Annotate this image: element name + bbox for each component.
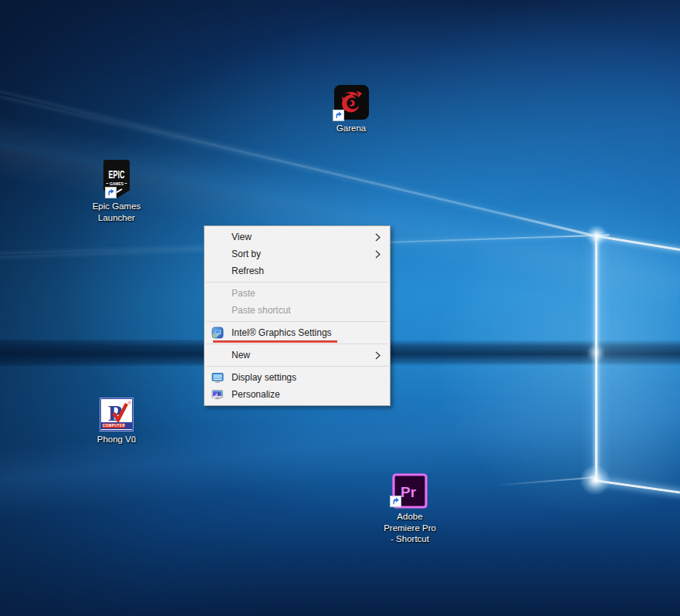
- display-settings-icon: [211, 371, 224, 384]
- menu-item-label: View: [232, 232, 252, 242]
- menu-item-label: Paste: [232, 288, 255, 299]
- icon-label: Epic Games Launcher: [93, 201, 141, 223]
- menu-separator: [206, 282, 388, 283]
- menu-item-sort-by[interactable]: Sort by: [205, 245, 390, 262]
- menu-item-label: Intel® Graphics Settings: [232, 327, 332, 338]
- svg-text:COMPUTER: COMPUTER: [103, 424, 126, 428]
- intel-graphics-icon: [211, 327, 224, 339]
- svg-text:EPIC: EPIC: [109, 168, 125, 181]
- menu-separator: [206, 366, 388, 367]
- personalize-icon: [211, 388, 224, 401]
- menu-item-label: Sort by: [232, 249, 261, 259]
- menu-separator: [206, 344, 388, 344]
- icon-label: Phong Vũ: [97, 434, 137, 445]
- desktop-icon-adobe-premiere-pro[interactable]: Pr Adobe Premiere Pro - Shortcut: [375, 473, 445, 545]
- desktop-icon-phong-vu[interactable]: P ® COMPUTER Phong Vũ: [82, 398, 151, 445]
- chevron-right-icon: [375, 351, 381, 360]
- menu-item-intel-graphics-settings[interactable]: Intel® Graphics Settings: [205, 324, 390, 341]
- menu-item-label: Refresh: [232, 266, 264, 276]
- menu-item-label: Paste shortcut: [232, 305, 291, 316]
- desktop-icon-garena[interactable]: Garena: [316, 84, 386, 134]
- menu-item-paste[interactable]: Paste: [205, 285, 390, 302]
- phong-vu-icon: P ® COMPUTER: [100, 398, 134, 432]
- svg-text:GAMES: GAMES: [110, 181, 123, 186]
- menu-item-view[interactable]: View: [205, 228, 390, 245]
- svg-text:®: ®: [128, 401, 132, 405]
- annotation-underline: [213, 340, 337, 343]
- desktop-icon-epic-games-launcher[interactable]: EPIC GAMES Epic Games Launcher: [82, 160, 151, 223]
- menu-separator: [206, 321, 388, 322]
- chevron-right-icon: [375, 250, 381, 259]
- desktop[interactable]: Garena EPIC GAMES Epic Games Launcher: [0, 0, 680, 616]
- shortcut-arrow-icon: [390, 496, 401, 507]
- menu-item-personalize[interactable]: Personalize: [205, 386, 390, 403]
- menu-item-refresh[interactable]: Refresh: [205, 262, 390, 279]
- desktop-context-menu: View Sort by Refresh Paste Paste shortcu…: [204, 225, 391, 406]
- chevron-right-icon: [375, 233, 381, 242]
- menu-item-paste-shortcut[interactable]: Paste shortcut: [205, 302, 390, 319]
- shortcut-arrow-icon: [105, 187, 117, 198]
- icon-label: Garena: [337, 123, 366, 134]
- svg-text:Pr: Pr: [401, 484, 417, 500]
- menu-item-display-settings[interactable]: Display settings: [205, 369, 390, 386]
- menu-item-new[interactable]: New: [205, 347, 390, 364]
- icon-label: Adobe Premiere Pro - Shortcut: [384, 511, 436, 545]
- menu-item-label: Display settings: [232, 372, 296, 383]
- menu-item-label: New: [232, 350, 250, 360]
- shortcut-arrow-icon: [333, 110, 344, 121]
- menu-item-label: Personalize: [232, 389, 280, 400]
